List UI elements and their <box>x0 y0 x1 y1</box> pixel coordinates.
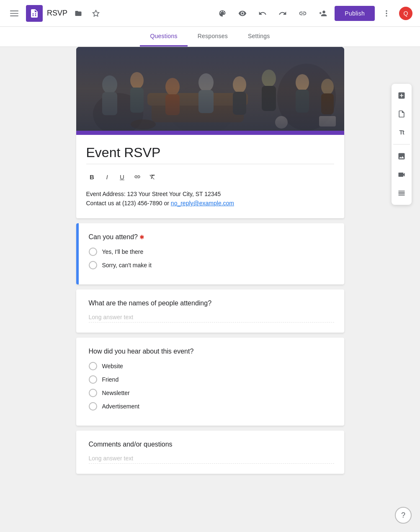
publish-button[interactable]: Publish <box>335 6 375 21</box>
required-star-q1: ✱ <box>139 234 144 240</box>
tabs-bar: Questions Responses Settings <box>0 27 420 47</box>
svg-rect-10 <box>76 47 344 131</box>
radio-circle-q1-1[interactable] <box>89 261 97 269</box>
undo-icon[interactable] <box>254 5 271 22</box>
question-card-q2: What are the names of people attending? … <box>76 289 344 333</box>
svg-rect-11 <box>76 47 344 131</box>
svg-point-27 <box>262 70 276 87</box>
svg-rect-16 <box>147 93 248 106</box>
radio-label-q3-2: Newsletter <box>102 390 130 396</box>
svg-point-8 <box>386 13 387 14</box>
radio-label-q3-0: Website <box>102 363 123 369</box>
preview-icon[interactable] <box>234 5 251 22</box>
svg-point-35 <box>275 116 288 129</box>
hero-scene <box>76 47 344 131</box>
svg-rect-1 <box>10 13 18 14</box>
hamburger-icon[interactable] <box>7 6 22 21</box>
svg-point-9 <box>386 15 387 16</box>
svg-point-4 <box>35 13 36 14</box>
clear-formatting-button[interactable] <box>147 171 158 183</box>
svg-rect-26 <box>233 92 246 115</box>
add-question-tool[interactable] <box>393 87 410 104</box>
sidebar-separator <box>393 144 410 145</box>
question-card-q3: How did you hear about this event? Websi… <box>76 338 344 426</box>
star-icon[interactable] <box>89 7 103 20</box>
description-line1: Event Address: 123 Your Street Your City… <box>86 189 334 199</box>
tab-responses[interactable]: Responses <box>188 27 238 46</box>
svg-point-33 <box>131 119 156 129</box>
radio-circle-q3-1[interactable] <box>89 375 97 384</box>
svg-rect-0 <box>10 10 18 11</box>
question-text-q3: How did you hear about this event? <box>89 348 334 355</box>
link-toolbar-button[interactable] <box>131 171 143 183</box>
add-image-tool[interactable] <box>393 148 410 165</box>
description-line2: Contact us at (123) 456-7890 or no_reply… <box>86 199 334 208</box>
tab-questions[interactable]: Questions <box>140 27 187 46</box>
svg-rect-28 <box>262 86 276 111</box>
question-card-q1: Can you attend? ✱ Yes, I'll be there Sor… <box>76 223 344 284</box>
import-questions-tool[interactable] <box>393 106 410 122</box>
svg-rect-20 <box>130 88 144 113</box>
contact-email-link[interactable]: no_reply@example.com <box>171 200 234 207</box>
question-card-q4: Comments and/or questions Long answer te… <box>76 431 344 474</box>
redo-icon[interactable] <box>274 5 291 22</box>
svg-point-13 <box>168 85 235 131</box>
radio-option-q3-0: Website <box>89 362 334 370</box>
svg-rect-34 <box>319 116 336 127</box>
radio-circle-q1-0[interactable] <box>89 248 97 256</box>
svg-point-7 <box>386 10 387 11</box>
topbar: RSVP Publish Q <box>0 0 420 27</box>
add-collaborator-icon[interactable] <box>314 5 331 22</box>
add-section-tool[interactable] <box>393 185 410 201</box>
svg-point-6 <box>35 15 36 16</box>
tab-settings[interactable]: Settings <box>238 27 280 46</box>
folder-icon[interactable] <box>72 7 85 20</box>
svg-point-14 <box>277 64 336 131</box>
svg-rect-32 <box>321 93 334 114</box>
text-toolbar: B I U <box>86 171 334 183</box>
long-answer-q4[interactable]: Long answer text <box>89 455 334 464</box>
underline-button[interactable]: U <box>116 171 128 183</box>
question-text-q2: What are the names of people attending? <box>89 300 334 307</box>
svg-rect-18 <box>102 92 117 115</box>
add-video-tool[interactable] <box>393 166 410 183</box>
form-description: Event Address: 123 Your Street Your City… <box>86 189 334 208</box>
long-answer-q2[interactable]: Long answer text <box>89 314 334 323</box>
svg-rect-22 <box>165 94 180 115</box>
radio-option-q1-0: Yes, I'll be there <box>89 248 334 256</box>
avatar[interactable]: Q <box>398 6 413 21</box>
radio-label-q3-1: Friend <box>102 376 119 383</box>
link-icon[interactable] <box>294 5 311 22</box>
svg-point-31 <box>321 79 334 95</box>
svg-point-17 <box>102 75 117 94</box>
svg-rect-30 <box>296 90 309 113</box>
topbar-left: RSVP <box>7 5 214 22</box>
svg-point-25 <box>233 76 246 93</box>
svg-point-21 <box>165 78 180 96</box>
radio-option-q3-3: Advertisement <box>89 402 334 411</box>
radio-circle-q3-0[interactable] <box>89 362 97 370</box>
form-main-title[interactable]: Event RSVP <box>86 145 334 164</box>
radio-option-q3-2: Newsletter <box>89 389 334 397</box>
svg-point-29 <box>296 74 309 91</box>
app-logo <box>26 5 43 22</box>
right-sidebar: Tt <box>392 84 412 205</box>
svg-point-19 <box>130 72 144 89</box>
radio-option-q3-1: Friend <box>89 375 334 384</box>
radio-option-q1-1: Sorry, can't make it <box>89 261 334 269</box>
svg-point-3 <box>33 13 34 14</box>
help-button[interactable]: ? <box>395 507 412 524</box>
radio-label-q1-1: Sorry, can't make it <box>102 262 152 269</box>
svg-rect-15 <box>152 101 244 122</box>
main-content: Event RSVP B I U Event Address: 123 Your… <box>0 47 420 496</box>
add-title-tool[interactable]: Tt <box>393 124 410 141</box>
more-options-icon[interactable] <box>378 5 395 22</box>
radio-circle-q3-3[interactable] <box>89 402 97 411</box>
svg-rect-2 <box>10 15 18 16</box>
italic-button[interactable]: I <box>101 171 113 183</box>
palette-icon[interactable] <box>214 5 231 22</box>
radio-label-q3-3: Advertisement <box>102 403 139 410</box>
bold-button[interactable]: B <box>86 171 98 183</box>
radio-circle-q3-2[interactable] <box>89 389 97 397</box>
form-area: Event RSVP B I U Event Address: 123 Your… <box>76 47 344 479</box>
